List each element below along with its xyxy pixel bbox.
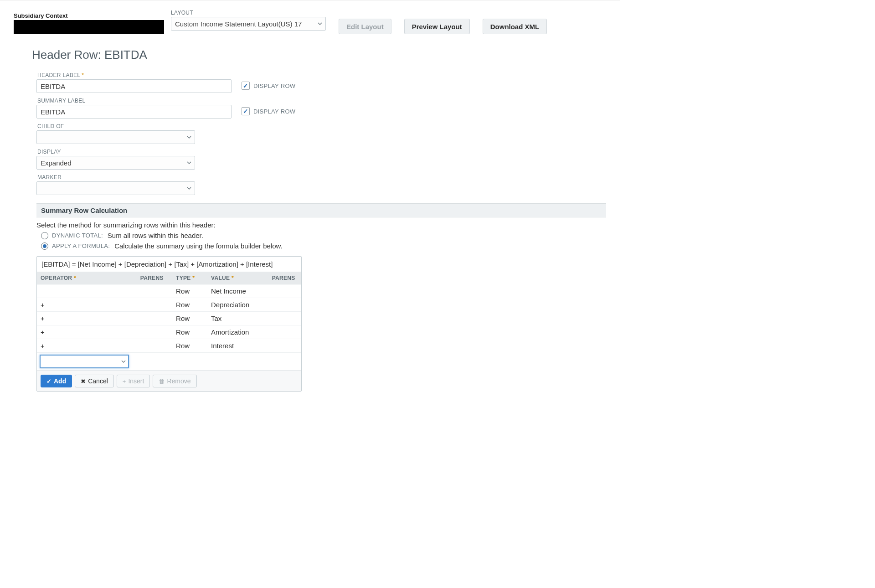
download-xml-button[interactable]: Download XML <box>483 19 547 34</box>
table-row[interactable]: +RowAmortization <box>37 325 301 339</box>
cell-value: Net Income <box>207 284 268 298</box>
col-operator: OPERATOR * <box>37 272 137 284</box>
cell-parens1 <box>137 284 172 298</box>
summary-row-calculation-desc: Select the method for summarizing rows w… <box>36 221 606 229</box>
close-icon: ✖ <box>81 378 86 385</box>
cell-parens1 <box>137 312 172 325</box>
required-star-icon: * <box>80 72 84 78</box>
cell-parens1 <box>137 339 172 353</box>
chevron-down-icon <box>317 21 323 26</box>
cell-parens2 <box>268 312 301 325</box>
insert-button[interactable]: + Insert <box>117 375 150 387</box>
table-row[interactable]: +RowInterest <box>37 339 301 353</box>
cell-value: Amortization <box>207 325 268 339</box>
formula-display: [EBITDA] = [Net Income] + [Depreciation]… <box>37 257 301 272</box>
apply-formula-radio[interactable] <box>41 242 48 250</box>
cell-type: Row <box>172 339 207 353</box>
check-icon: ✓ <box>46 378 51 385</box>
summary-label-input[interactable] <box>36 105 232 119</box>
summary-label-caption: SUMMARY LABEL <box>37 98 232 104</box>
chevron-down-icon <box>121 359 126 364</box>
table-row[interactable]: +RowDepreciation <box>37 298 301 312</box>
cell-parens2 <box>268 284 301 298</box>
cell-parens1 <box>137 325 172 339</box>
chevron-down-icon <box>186 134 192 140</box>
formula-table: OPERATOR * PARENS TYPE * VALUE * PARENS … <box>37 272 301 371</box>
marker-caption: MARKER <box>37 174 195 181</box>
display-value: Expanded <box>41 159 72 167</box>
operator-edit-dropdown[interactable] <box>40 355 129 368</box>
chevron-down-icon <box>186 160 192 165</box>
cell-type: Row <box>172 312 207 325</box>
cell-type: Row <box>172 284 207 298</box>
table-row[interactable]: RowNet Income <box>37 284 301 298</box>
formula-edit-row[interactable] <box>37 353 301 371</box>
formula-action-bar: ✓ Add ✖ Cancel + Insert 🗑 Remove <box>37 371 301 391</box>
col-value: VALUE * <box>207 272 268 284</box>
remove-button[interactable]: 🗑 Remove <box>153 375 196 387</box>
cell-parens1 <box>137 298 172 312</box>
cell-operator: + <box>37 312 137 325</box>
layout-dropdown-value: Custom Income Statement Layout(US) 17 <box>175 20 302 28</box>
header-label-input[interactable] <box>36 79 232 93</box>
cell-value: Tax <box>207 312 268 325</box>
cell-operator: + <box>37 325 137 339</box>
dynamic-total-radio[interactable] <box>41 232 48 239</box>
cancel-button[interactable]: ✖ Cancel <box>75 375 114 387</box>
col-parens-open: PARENS <box>137 272 172 284</box>
edit-layout-button[interactable]: Edit Layout <box>339 19 391 34</box>
apply-formula-desc: Calculate the summary using the formula … <box>114 242 283 250</box>
cell-parens2 <box>268 339 301 353</box>
summary-row-calculation-header: Summary Row Calculation <box>36 203 606 217</box>
summary-display-row-checkbox[interactable]: ✓ <box>242 107 250 115</box>
header-label-caption: HEADER LABEL* <box>37 72 232 78</box>
table-row[interactable]: +RowTax <box>37 312 301 325</box>
marker-dropdown[interactable] <box>36 181 195 195</box>
subsidiary-context-value-redacted <box>14 20 164 34</box>
cell-type: Row <box>172 325 207 339</box>
layout-label: LAYOUT <box>171 10 326 17</box>
child-of-caption: CHILD OF <box>37 123 195 129</box>
col-type: TYPE * <box>172 272 207 284</box>
cell-operator: + <box>37 339 137 353</box>
col-parens-close: PARENS <box>268 272 301 284</box>
subsidiary-context-label: Subsidiary Context <box>14 10 164 20</box>
dynamic-total-label: DYNAMIC TOTAL: <box>52 232 103 239</box>
section-title: Header Row: EBITDA <box>32 48 606 62</box>
dynamic-total-desc: Sum all rows within this header. <box>108 232 203 239</box>
summary-display-row-label: DISPLAY ROW <box>253 108 295 115</box>
cell-type: Row <box>172 298 207 312</box>
display-dropdown[interactable]: Expanded <box>36 156 195 170</box>
formula-panel: [EBITDA] = [Net Income] + [Depreciation]… <box>36 256 302 392</box>
preview-layout-button[interactable]: Preview Layout <box>404 19 470 34</box>
chevron-down-icon <box>186 186 192 191</box>
apply-formula-label: APPLY A FORMULA: <box>52 242 110 249</box>
header-display-row-label: DISPLAY ROW <box>253 83 295 89</box>
cell-operator: + <box>37 298 137 312</box>
header-display-row-checkbox[interactable]: ✓ <box>242 82 250 90</box>
layout-dropdown[interactable]: Custom Income Statement Layout(US) 17 <box>171 17 326 31</box>
cell-operator <box>37 284 137 298</box>
cell-value: Interest <box>207 339 268 353</box>
add-button[interactable]: ✓ Add <box>41 375 72 387</box>
display-caption: DISPLAY <box>37 149 195 155</box>
trash-icon: 🗑 <box>159 378 165 385</box>
cell-parens2 <box>268 325 301 339</box>
cell-value: Depreciation <box>207 298 268 312</box>
cell-parens2 <box>268 298 301 312</box>
child-of-dropdown[interactable] <box>36 130 195 144</box>
plus-icon: + <box>123 378 126 385</box>
